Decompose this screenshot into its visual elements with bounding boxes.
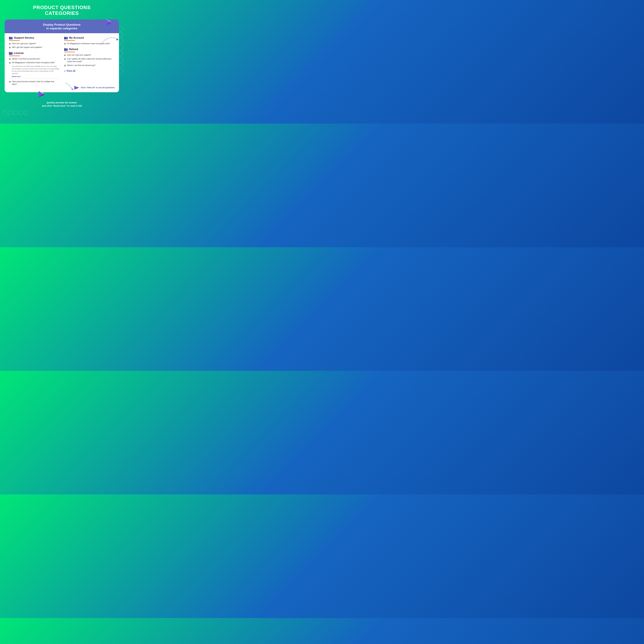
list-item: Do Mageplaza's extensions have encrypted… — [9, 61, 59, 64]
right-column: My Account Do Mageplaza's extensions hav… — [64, 36, 115, 89]
card-body: Support Service How can I get your suppo… — [5, 33, 119, 92]
answer-preview-text: Our extensions are 100% open editable so… — [9, 65, 59, 75]
card-header-title: Display Product Questions in separate ca… — [9, 23, 114, 30]
list-item: Where I can find my license key? — [9, 58, 59, 60]
bullet-icon — [9, 62, 11, 64]
page-title: PRODUCT QUESTIONS CATEGORIES — [33, 5, 91, 16]
bullet-icon — [64, 43, 66, 45]
account-underline — [64, 40, 75, 41]
question-text: How many licenses should I have for mult… — [12, 80, 59, 86]
folder-icon-support — [9, 36, 13, 39]
annotation-text: Click “View all” to see all questions — [81, 86, 115, 89]
list-item: How can I get your support? — [64, 54, 115, 57]
bullet-icon — [9, 43, 11, 45]
svg-marker-39 — [39, 91, 46, 97]
question-text: Will I get free support and updates? — [12, 46, 42, 49]
bullet-icon — [9, 81, 11, 83]
category-license: License Where I can find my license key?… — [9, 52, 59, 86]
bottom-plane-decoration — [3, 91, 46, 98]
svg-marker-35 — [72, 88, 73, 90]
svg-point-15 — [8, 111, 12, 115]
question-text: Where I can find my license key? — [67, 64, 95, 67]
svg-point-18 — [24, 111, 28, 115]
svg-point-16 — [13, 111, 18, 115]
support-underline — [9, 40, 20, 41]
refund-underline — [64, 52, 75, 52]
category-refund-title: Refund — [69, 48, 78, 51]
read-more-link[interactable]: Read more — [9, 76, 59, 77]
annotation-plane-icon — [74, 85, 80, 90]
question-text: Can I gather all order's data from sever… — [67, 58, 115, 63]
question-text: Do Mageplaza's extensions have encrypted… — [12, 61, 55, 64]
click-view-all-annotation: Click “View all” to see all questions — [74, 85, 115, 90]
question-text: Do Mageplaza's extensions have encrypted… — [67, 42, 110, 45]
list-item: Will I get free support and updates? — [9, 46, 59, 49]
bullet-icon — [64, 58, 66, 60]
svg-marker-36 — [74, 86, 79, 89]
svg-point-17 — [19, 111, 23, 115]
folder-icon-refund — [64, 48, 68, 51]
list-item: How can I get your support? — [9, 42, 59, 45]
svg-rect-27 — [9, 52, 10, 53]
license-underline — [9, 56, 20, 56]
question-text: How can I get your support? — [67, 54, 91, 57]
category-license-header: License — [9, 52, 59, 55]
paper-plane-icon — [104, 19, 113, 27]
view-all-label[interactable]: View all — [66, 70, 75, 72]
bottom-plane-icon — [38, 91, 46, 97]
bullet-icon — [64, 54, 66, 56]
category-my-account-header: My Account — [64, 36, 115, 39]
list-item: Where I can find my license key? — [64, 64, 115, 67]
svg-rect-30 — [64, 37, 66, 37]
category-license-title: License — [14, 52, 24, 55]
svg-rect-34 — [64, 48, 66, 49]
bullet-icon — [9, 47, 11, 48]
svg-point-14 — [2, 111, 7, 115]
list-item: How many licenses should I have for mult… — [9, 80, 59, 86]
question-text: Where I can find my license key? — [12, 58, 40, 60]
question-text: How can I get your support? — [12, 42, 36, 45]
category-refund-header: Refund — [64, 48, 115, 51]
svg-marker-19 — [106, 19, 112, 25]
chevrons-icon: » — [64, 70, 66, 72]
bullet-icon — [9, 58, 11, 60]
category-account-title: My Account — [69, 36, 84, 39]
bullet-icon — [64, 65, 66, 66]
folder-icon-account — [64, 36, 68, 39]
left-column: Support Service How can I get your suppo… — [9, 36, 59, 89]
list-item: Do Mageplaza's extensions have encrypted… — [64, 42, 115, 45]
view-all-container[interactable]: » View all — [64, 70, 115, 72]
footer-text: Quickly preview the answer and click “Re… — [42, 101, 82, 107]
bottom-left-decoration-icon — [2, 108, 32, 117]
card-header: Display Product Questions in separate ca… — [5, 19, 119, 33]
svg-rect-24 — [9, 37, 10, 37]
category-refund: Refund How can I get your support? Can I… — [64, 48, 115, 67]
list-item: Can I gather all order's data from sever… — [64, 58, 115, 63]
category-support-service-header: Support Service — [9, 36, 59, 39]
category-support-title: Support Service — [14, 36, 34, 39]
category-my-account: My Account Do Mageplaza's extensions hav… — [64, 36, 115, 45]
main-card: Display Product Questions in separate ca… — [5, 19, 119, 92]
folder-icon-license — [9, 52, 13, 55]
svg-marker-31 — [116, 38, 119, 40]
category-support-service: Support Service How can I get your suppo… — [9, 36, 59, 49]
